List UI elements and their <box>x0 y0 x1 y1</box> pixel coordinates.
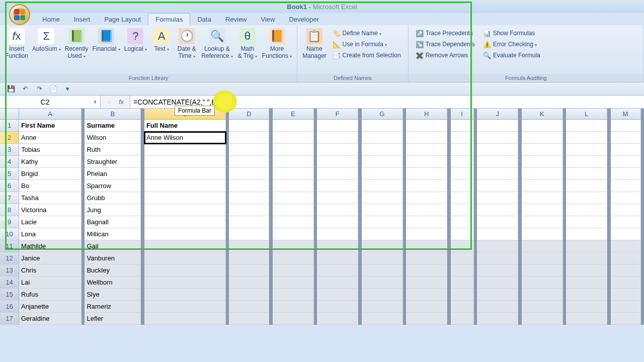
recently-button[interactable]: 📗RecentlyUsed ▾ <box>63 27 91 61</box>
cell-K14[interactable] <box>522 277 563 289</box>
cell-I3[interactable] <box>451 144 474 156</box>
cell-A7[interactable]: Tasha <box>19 192 82 204</box>
row-header-14[interactable]: 14 <box>0 277 19 289</box>
cell-G17[interactable] <box>362 313 403 325</box>
cell-E8[interactable] <box>273 204 314 216</box>
cell-D9[interactable] <box>229 216 269 228</box>
cell-B15[interactable]: Slye <box>85 289 141 301</box>
redo-button[interactable]: ↷ <box>34 84 44 94</box>
cell-F17[interactable] <box>317 313 358 325</box>
cell-I8[interactable] <box>451 204 474 216</box>
cell-I7[interactable] <box>451 192 474 204</box>
cell-L8[interactable] <box>566 204 607 216</box>
cell-B17[interactable]: Lefler <box>85 313 141 325</box>
cell-F1[interactable] <box>317 120 358 132</box>
create-from-selection-button[interactable]: 📑Create from Selection <box>331 50 403 60</box>
trace-dependents-button[interactable]: ↘️Trace Dependents <box>414 39 477 49</box>
name-manager-button[interactable]: 📋 Name Manager <box>300 27 328 61</box>
cell-J3[interactable] <box>477 144 518 156</box>
cell-B8[interactable]: Jung <box>85 204 141 216</box>
worksheet-grid[interactable]: ABCDEFGHIJKLM1First NameSurnameFull Name… <box>0 109 644 325</box>
cell-A12[interactable]: Janice <box>19 252 82 264</box>
cell-F8[interactable] <box>317 204 358 216</box>
cell-F6[interactable] <box>317 180 358 192</box>
cell-K15[interactable] <box>522 289 563 301</box>
cell-I15[interactable] <box>451 289 474 301</box>
cell-L2[interactable] <box>566 132 607 144</box>
cell-G4[interactable] <box>362 156 403 168</box>
column-header-A[interactable]: A <box>19 109 82 120</box>
cell-K9[interactable] <box>522 216 563 228</box>
cell-J9[interactable] <box>477 216 518 228</box>
cell-G14[interactable] <box>362 277 403 289</box>
cell-G5[interactable] <box>362 168 403 180</box>
cell-K17[interactable] <box>522 313 563 325</box>
cell-C4[interactable] <box>144 156 226 168</box>
cell-A2[interactable]: Anne <box>19 132 82 144</box>
date-button[interactable]: 🕐Date &Time ▾ <box>174 27 199 61</box>
cell-K8[interactable] <box>522 204 563 216</box>
cell-A17[interactable]: Geraldine <box>19 313 82 325</box>
cell-K4[interactable] <box>522 156 563 168</box>
cell-K12[interactable] <box>522 252 563 264</box>
cell-A1[interactable]: First Name <box>19 120 82 132</box>
cell-A13[interactable]: Chris <box>19 264 82 277</box>
cell-C13[interactable] <box>144 264 226 277</box>
cell-M13[interactable] <box>611 264 641 277</box>
cell-D5[interactable] <box>229 168 269 180</box>
row-header-10[interactable]: 10 <box>0 228 19 240</box>
cell-F10[interactable] <box>317 228 358 240</box>
column-header-L[interactable]: L <box>566 109 607 120</box>
cell-E14[interactable] <box>273 277 314 289</box>
cell-M17[interactable] <box>611 313 641 325</box>
cell-B12[interactable]: Vanburen <box>85 252 141 264</box>
cell-J16[interactable] <box>477 301 518 313</box>
cell-J17[interactable] <box>477 313 518 325</box>
cell-H8[interactable] <box>406 204 447 216</box>
cell-J6[interactable] <box>477 180 518 192</box>
column-header-H[interactable]: H <box>406 109 447 120</box>
cell-K7[interactable] <box>522 192 563 204</box>
cell-H13[interactable] <box>406 264 447 277</box>
cell-E3[interactable] <box>273 144 314 156</box>
cell-D17[interactable] <box>229 313 269 325</box>
cell-B2[interactable]: Wilson <box>85 132 141 144</box>
cell-A16[interactable]: Anjanette <box>19 301 82 313</box>
cell-D6[interactable] <box>229 180 269 192</box>
cell-E7[interactable] <box>273 192 314 204</box>
row-header-15[interactable]: 15 <box>0 289 19 301</box>
cell-C9[interactable] <box>144 216 226 228</box>
cell-F15[interactable] <box>317 289 358 301</box>
cell-D10[interactable] <box>229 228 269 240</box>
cell-J12[interactable] <box>477 252 518 264</box>
cell-J2[interactable] <box>477 132 518 144</box>
cell-E9[interactable] <box>273 216 314 228</box>
cell-A15[interactable]: Rufus <box>19 289 82 301</box>
office-button[interactable] <box>9 4 30 25</box>
cell-H16[interactable] <box>406 301 447 313</box>
cell-G16[interactable] <box>362 301 403 313</box>
cell-J15[interactable] <box>477 289 518 301</box>
cell-E6[interactable] <box>273 180 314 192</box>
cell-D8[interactable] <box>229 204 269 216</box>
cell-F12[interactable] <box>317 252 358 264</box>
cell-L17[interactable] <box>566 313 607 325</box>
cell-I1[interactable] <box>451 120 474 132</box>
cell-J4[interactable] <box>477 156 518 168</box>
row-header-11[interactable]: 11 <box>0 240 19 252</box>
insert-function-icon[interactable]: fx <box>117 98 126 107</box>
column-header-D[interactable]: D <box>229 109 269 120</box>
cell-F14[interactable] <box>317 277 358 289</box>
cell-E16[interactable] <box>273 301 314 313</box>
cell-J7[interactable] <box>477 192 518 204</box>
cell-A14[interactable]: Lai <box>19 277 82 289</box>
cell-G10[interactable] <box>362 228 403 240</box>
cell-L12[interactable] <box>566 252 607 264</box>
cell-M16[interactable] <box>611 301 641 313</box>
tab-formulas[interactable]: Formulas <box>148 13 190 25</box>
cell-H1[interactable] <box>406 120 447 132</box>
cell-L5[interactable] <box>566 168 607 180</box>
cell-B14[interactable]: Wellborn <box>85 277 141 289</box>
cell-B13[interactable]: Buckley <box>85 264 141 277</box>
save-button[interactable]: 💾 <box>6 84 16 94</box>
